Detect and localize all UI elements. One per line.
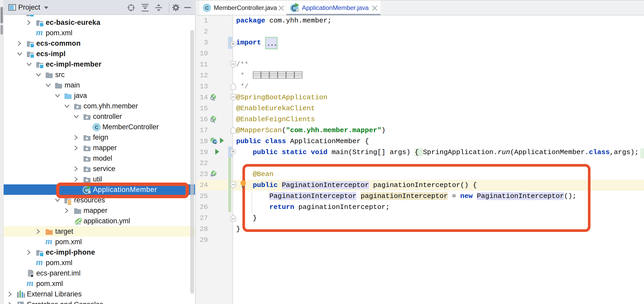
svg-text:C: C	[205, 5, 209, 11]
svg-text:C: C	[95, 125, 98, 130]
